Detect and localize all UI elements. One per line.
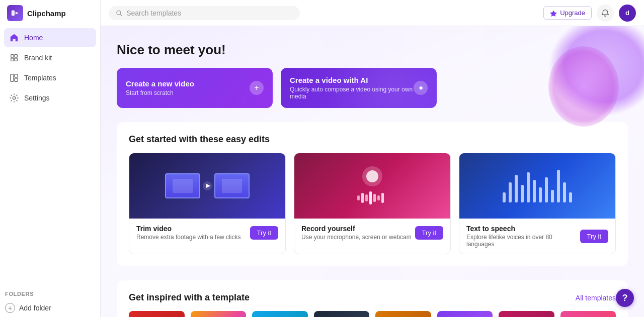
film-strip-2	[214, 173, 250, 198]
trim-try-button[interactable]: Try it	[250, 226, 278, 240]
tts-try-button[interactable]: Try it	[580, 230, 608, 243]
birthday-thumbnail	[560, 311, 616, 317]
help-label: ?	[622, 293, 628, 303]
all-templates-link[interactable]: All templates	[576, 294, 616, 302]
bell-icon	[601, 9, 609, 17]
svg-rect-14	[365, 194, 368, 201]
svg-rect-3	[11, 58, 14, 61]
create-new-card[interactable]: Create a new video Start from scratch +	[117, 68, 273, 108]
tts-bars	[495, 170, 580, 202]
help-button[interactable]: ?	[616, 289, 634, 307]
template-item-corporate[interactable]: Corporate templa...	[375, 311, 431, 317]
trim-edit-card: Trim video Remove extra footage with a f…	[129, 153, 286, 254]
search-icon	[116, 10, 122, 17]
instagram-thumbnail	[191, 311, 247, 317]
upgrade-button[interactable]: Upgrade	[543, 6, 592, 20]
template-item-slideshows[interactable]: Slideshows	[437, 311, 493, 317]
trim-desc: Remove extra footage with a few clicks	[136, 234, 240, 241]
topbar-right: Upgrade d	[543, 5, 636, 22]
svg-rect-15	[369, 191, 372, 204]
svg-rect-5	[11, 74, 14, 81]
celebrations-thumbnail	[499, 311, 554, 317]
add-folder-button[interactable]: + Add folder	[0, 299, 100, 317]
sidebar-nav: Home Brand kit Templates	[0, 26, 100, 285]
film-strip-1	[165, 173, 200, 198]
trim-title: Trim video	[136, 225, 240, 233]
topbar: Upgrade d	[101, 0, 644, 26]
template-item-instagram[interactable]: Instagram	[191, 311, 247, 317]
app-logo: Clipchamp	[0, 0, 100, 26]
templates-section: Get inspired with a template All templat…	[117, 280, 628, 317]
tts-title: Text to speech	[466, 225, 580, 233]
record-title: Record yourself	[301, 225, 412, 233]
svg-point-8	[13, 96, 15, 99]
tts-thumbnail	[459, 153, 615, 219]
app-name: Clipchamp	[27, 9, 66, 18]
add-icon: +	[5, 303, 15, 313]
add-folder-label: Add folder	[19, 304, 51, 312]
settings-icon	[9, 93, 19, 103]
brand-icon	[9, 53, 19, 63]
svg-rect-13	[361, 193, 364, 203]
main-panel: Upgrade d Nice to meet you! Create a new…	[101, 0, 644, 317]
folders-section-label: FOLDERS	[0, 285, 100, 299]
template-item-birthday[interactable]: Birthday	[560, 311, 616, 317]
trim-thumbnail	[129, 153, 285, 219]
svg-rect-17	[377, 195, 380, 200]
create-new-subtitle: Start from scratch	[126, 89, 194, 96]
easy-edits-section: Get started with these easy edits	[117, 122, 628, 266]
record-desc: Use your microphone, screen or webcam	[301, 234, 412, 241]
sidebar-item-templates[interactable]: Templates	[4, 68, 96, 87]
sidebar-settings-label: Settings	[24, 94, 50, 102]
notification-button[interactable]	[597, 5, 614, 22]
templates-header: Get inspired with a template All templat…	[129, 292, 616, 303]
sidebar-item-brand-kit[interactable]: Brand kit	[4, 48, 96, 67]
create-ai-title: Create a video with AI	[290, 76, 414, 84]
record-edit-card: Record yourself Use your microphone, scr…	[294, 153, 451, 254]
sidebar-item-settings[interactable]: Settings	[4, 88, 96, 108]
templates-grid: YouTube Instagram CHA	[129, 311, 616, 317]
sidebar: Clipchamp Home Brand kit	[0, 0, 101, 317]
home-icon	[9, 33, 19, 43]
template-item-gaming[interactable]: Gaming	[314, 311, 370, 317]
template-item-youtube[interactable]: YouTube	[129, 311, 185, 317]
create-ai-card[interactable]: Create a video with AI Quickly auto comp…	[281, 68, 437, 108]
record-circle	[362, 166, 382, 186]
content-area: Nice to meet you! Create a new video Sta…	[101, 26, 644, 317]
tts-desc: Explore lifelike voices in over 80 langu…	[466, 234, 580, 248]
record-thumbnail	[294, 153, 450, 219]
sidebar-brand-label: Brand kit	[24, 54, 52, 62]
user-avatar[interactable]: d	[619, 5, 636, 22]
search-input[interactable]	[126, 9, 293, 17]
record-try-button[interactable]: Try it	[415, 226, 443, 240]
template-item-celebrations[interactable]: Celebrations	[499, 311, 554, 317]
sidebar-item-home[interactable]: Home	[4, 28, 96, 47]
templates-heading: Get inspired with a template	[129, 292, 250, 303]
page-greeting: Nice to meet you!	[117, 42, 628, 58]
corporate-thumbnail	[375, 311, 431, 317]
create-new-title: Create a new video	[126, 79, 194, 88]
easy-edits-grid: Trim video Remove extra footage with a f…	[129, 153, 616, 254]
gaming-thumbnail	[314, 311, 370, 317]
svg-rect-12	[357, 195, 360, 200]
action-cards-row: Create a new video Start from scratch + …	[117, 68, 628, 108]
search-bar[interactable]	[109, 6, 300, 20]
svg-rect-18	[381, 193, 384, 203]
svg-rect-1	[11, 55, 14, 57]
tts-edit-card: Text to speech Explore lifelike voices i…	[459, 153, 616, 254]
sidebar-home-label: Home	[24, 34, 43, 42]
svg-rect-16	[373, 194, 376, 202]
intro-thumbnail: CHANNEL NAME	[252, 311, 308, 317]
svg-point-9	[117, 11, 121, 15]
svg-rect-4	[15, 58, 17, 61]
template-item-intro[interactable]: CHANNEL NAME Intro & outro tem...	[252, 311, 308, 317]
svg-rect-2	[15, 55, 17, 57]
create-ai-subtitle: Quickly auto compose a video using your …	[290, 86, 414, 100]
upgrade-icon	[550, 10, 557, 17]
create-new-icon: +	[250, 81, 264, 95]
play-icon	[202, 181, 212, 191]
svg-rect-7	[15, 78, 18, 81]
upgrade-label: Upgrade	[560, 9, 585, 17]
sidebar-templates-label: Templates	[24, 74, 56, 82]
svg-rect-0	[12, 11, 15, 16]
